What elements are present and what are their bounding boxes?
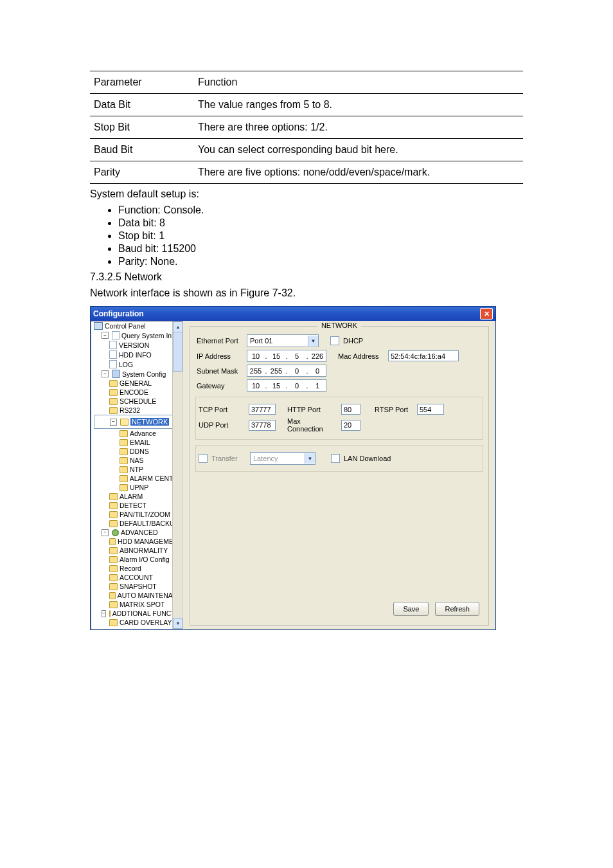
mac-address-input[interactable] [388,350,459,361]
folder-icon [109,556,118,563]
tree-scrollbar[interactable]: ▴ ▾ [172,321,182,629]
ip-address-label: IP Address [197,352,243,360]
folder-icon [109,583,118,590]
ports-group: TCP Port HTTP Port RTSP Port UDP Port [195,397,483,440]
tree-item[interactable]: CARD OVERLAY [120,619,172,626]
folder-icon [109,592,116,599]
collapse-icon[interactable]: − [102,610,106,617]
collapse-icon[interactable]: − [102,370,109,377]
tcp-port-input[interactable] [249,404,276,415]
tree-item[interactable]: HDD INFO [119,351,152,359]
dhcp-checkbox[interactable] [330,336,339,345]
lan-download-checkbox[interactable] [331,454,340,463]
list-item: Baud bit: 115200 [118,243,523,255]
max-connection-label: Max Connection [287,417,337,433]
tree-root[interactable]: Control Panel [105,322,146,330]
tree-item[interactable]: EMAIL [130,439,150,446]
list-item: Function: Console. [118,204,523,216]
rtsp-port-label: RTSP Port [375,406,413,413]
section-heading: 7.3.2.5 Network [90,271,523,283]
monitor-icon [94,322,103,330]
folder-icon [109,574,118,581]
tree-item[interactable]: UPNP [130,484,148,491]
folder-icon [109,565,118,572]
tree-item[interactable]: VERSION [119,341,149,349]
tree-item[interactable]: MATRIX SPOT [120,601,164,608]
gateway-input[interactable]: 10. 15. 0. 1 [247,379,326,392]
scroll-down-icon[interactable]: ▾ [173,618,182,629]
default-setup-heading: System default setup is: [90,186,523,202]
scroll-up-icon[interactable]: ▴ [173,321,182,332]
configuration-window: Configuration ✕ Control Panel −Query Sys… [90,306,496,630]
folder-icon [109,619,118,626]
folder-open-icon [120,419,129,426]
tree-item[interactable]: DEFAULT/BACKUP [120,520,179,527]
folder-icon [109,601,118,608]
tree-item[interactable]: ENCODE [120,388,148,396]
cell-param: Stop Bit [90,116,194,139]
tree-item[interactable]: NAS [130,457,144,464]
collapse-icon[interactable]: − [102,332,109,339]
folder-icon [109,398,118,405]
folder-icon [120,475,128,482]
tcp-port-label: TCP Port [199,406,245,413]
folder-icon [109,502,118,509]
tree-item-selected[interactable]: NETWORK [130,418,169,426]
ip-address-input[interactable]: 10. 15. 5. 226 [247,350,326,362]
parameter-table: Parameter Function Data BitThe value ran… [90,71,523,184]
tree-item[interactable]: PAN/TILT/ZOOM [120,511,170,518]
window-titlebar[interactable]: Configuration ✕ [91,307,495,321]
cell-param: Parity [90,161,194,184]
collapse-icon[interactable]: − [102,529,109,536]
folder-icon [120,439,128,446]
subnet-mask-label: Subnet Mask [197,367,243,375]
transfer-checkbox[interactable] [199,454,208,463]
tree-item[interactable]: ACCOUNT [120,574,153,581]
cell-func: There are three options: 1/2. [194,116,523,139]
ethernet-port-select[interactable]: Port 01 ▼ [247,334,319,347]
tree-item[interactable]: ALARM [120,493,143,500]
tree-item[interactable]: Alarm I/O Config [120,556,170,563]
tree-item[interactable]: LOG [119,361,133,368]
folder-icon [109,380,118,387]
mac-address-label: Mac Address [338,352,384,360]
folder-icon [120,457,128,464]
cell-param: Data Bit [90,94,194,116]
tree-item[interactable]: SNAPSHOT [120,583,157,590]
tree-item[interactable]: NTP [130,466,143,473]
network-panel: NETWORK Ethernet Port Port 01 ▼ DHCP [183,321,495,629]
folder-icon [109,511,118,518]
collapse-icon[interactable]: − [110,419,117,426]
http-port-input[interactable] [341,404,360,415]
chevron-down-icon[interactable]: ▼ [308,336,318,346]
tree-item[interactable]: Query System Info [121,332,177,339]
cell-func: You can select corresponding baud bit he… [194,139,523,161]
tree-item[interactable]: SCHEDULE [120,397,156,405]
tree-item[interactable]: GENERAL [120,379,152,387]
http-port-label: HTTP Port [287,406,337,413]
udp-port-input[interactable] [249,420,276,431]
refresh-button[interactable]: Refresh [435,602,479,616]
max-connection-input[interactable] [341,420,360,431]
cell-func: The value ranges from 5 to 8. [194,94,523,116]
scroll-thumb[interactable] [173,332,182,372]
tree-item[interactable]: ADVANCED [121,529,158,536]
folder-icon [120,430,128,437]
folder-icon [109,547,118,554]
subnet-mask-input[interactable]: 255. 255. 0. 0 [247,365,326,377]
tree-item[interactable]: DETECT [120,502,147,509]
folder-icon [109,538,116,545]
doc-icon [109,360,117,368]
nav-tree[interactable]: Control Panel −Query System Info VERSION… [91,321,183,629]
tree-item[interactable]: RS232 [120,406,140,414]
tree-item[interactable]: System Config [122,370,166,378]
rtsp-port-input[interactable] [417,404,444,415]
save-button[interactable]: Save [393,602,429,616]
transfer-label: Transfer [211,455,246,462]
tree-item[interactable]: Record [120,565,141,572]
tree-item[interactable]: Advance [130,429,156,437]
tree-item[interactable]: ABNORMALITY [120,547,168,554]
tree-item[interactable]: DDNS [130,448,149,455]
folder-icon [109,610,111,617]
close-icon[interactable]: ✕ [480,308,493,320]
